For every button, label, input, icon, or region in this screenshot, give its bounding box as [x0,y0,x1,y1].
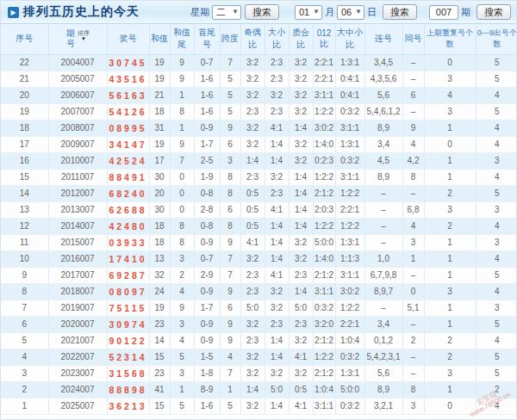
cell-hezhi: 14 [149,332,170,349]
cell-hezhi: 21 [149,87,170,103]
cell-qihao: 2023007 [48,365,107,381]
cell-jianghao: 36213 [107,398,149,414]
month-select[interactable]: 01 ▼ [295,5,322,20]
table-row: 82018007080972440-992:33:21:43:1:13:0:28… [1,283,517,300]
cell-shouweihao: 1-6 [194,398,220,414]
cell-xuhao: 15 [1,169,48,185]
cell-shouweihao: 1-5 [194,349,220,365]
cell-zhihebi: 4:1 [289,349,313,365]
cell-hezhiwei: 1 [170,381,194,398]
col-header-label: 同号 [405,33,422,45]
cell-qihao: 2011007 [48,169,107,185]
cell-shouweihao: 8-9 [194,381,220,398]
cell-hezhi: 31 [149,120,170,136]
cell-tonghao: 6 [402,87,424,103]
cell-zhihebi: 3:2 [289,365,313,381]
table-row: 152011007884913001-982:33:21:41:2:23:1:1… [1,169,517,185]
cell-jianghao: 08097 [107,283,149,300]
cell-count09: 5 [476,103,517,120]
cell-shouweihao: 1-7 [194,136,220,152]
sort-label: 排序 [78,30,90,36]
title-arrow-icon: ▶ [8,7,19,18]
cell-qihao: 2018007 [48,283,107,300]
chevron-down-icon: ▼ [313,8,320,15]
col-header-label: 和值尾 [171,27,194,51]
table-row: 42022007523141551-543:21:44:11:2:20:3:25… [1,349,517,365]
cell-hezhiwei: 3 [170,250,194,267]
weekday-search-button[interactable]: 搜索 [245,4,279,20]
cell-jioubi: 2:3 [240,332,265,349]
cell-xuhao: 9 [1,267,48,283]
cell-bi012: 5:0:0 [313,234,335,250]
cell-xuhao: 17 [1,136,48,152]
col-header-hezhi: 和值 [149,24,170,54]
cell-kuadu: 9 [220,234,240,250]
cell-hezhiwei: 9 [170,300,194,316]
col-header-zhihebi: 质合比 [289,24,313,54]
cell-tonghao: 3 [402,398,424,414]
cell-dazhongxiaobi: 1:3:1 [335,234,364,250]
search-controls: 星期 二 ▼ 搜索 01 ▼ 月 06 ▼ 日 搜索 [188,4,511,20]
cell-hezhi: 23 [149,316,170,332]
cell-jioubi: 1:4 [240,152,265,169]
cell-zhihebi: 1:4 [289,169,313,185]
cell-jioubi: 2:3 [240,169,265,185]
cell-shouweihao: 1-6 [194,87,220,103]
table-row: 212005007435161991-653:22:33:22:2:10:4:1… [1,71,517,87]
weekday-select[interactable]: 二 ▼ [212,5,241,20]
cell-lianhao: – [364,201,402,218]
day-select[interactable]: 06 ▼ [337,5,364,20]
cell-jioubi: 2:3 [240,103,265,120]
cell-repeat: 4 [424,87,476,103]
cell-xuhao: 2 [1,381,48,398]
date-search-button[interactable]: 搜索 [383,4,417,20]
cell-tonghao: 2 [402,332,424,349]
cell-count09: 4 [476,250,517,267]
month-label: 月 [325,6,334,19]
issue-input[interactable] [429,5,458,20]
cell-daxiaobi: 1:4 [265,218,289,234]
cell-hezhi: 19 [149,54,170,71]
table-row: 142012007682402000-880:52:31:42:1:21:2:2… [1,185,517,201]
cell-kuadu: 1 [220,381,240,398]
cell-kuadu: 7 [220,250,240,267]
col-header-label: 0—9出号个数 [477,28,517,50]
issue-label: 期 [461,6,470,19]
cell-qihao: 2006007 [48,87,107,103]
cell-repeat: 3 [424,201,476,218]
cell-tonghao: – [402,54,424,71]
cell-dazhongxiaobi: 5:0:0 [335,381,364,398]
cell-hezhi: 18 [149,218,170,234]
cell-hezhi: 13 [149,250,170,267]
table-row: 12025007362131551-653:21:44:13:1:10:3:23… [1,398,517,414]
table-header: 序号期号排序▼奖号和值和值尾首尾号跨度奇偶比大小比质合比012比大中小比连号同号… [1,24,517,54]
cell-jianghao: 08995 [107,120,149,136]
cell-hezhiwei: 0 [170,201,194,218]
cell-repeat: 1 [424,300,476,316]
cell-jioubi: 3:2 [240,250,265,267]
cell-shouweihao: 1-9 [194,169,220,185]
cell-count09: 5 [476,316,517,332]
cell-hezhiwei: 8 [170,234,194,250]
issue-search-button[interactable]: 搜索 [477,4,511,20]
cell-count09: 4 [476,120,517,136]
cell-shouweihao: 0-9 [194,316,220,332]
cell-lianhao: 6,7,9,8 [364,267,402,283]
cell-kuadu: 9 [220,316,240,332]
cell-qihao: 2015007 [48,234,107,250]
cell-tonghao: 6,8 [402,201,424,218]
cell-repeat: 2 [424,349,476,365]
cell-hezhiwei: 8 [170,103,194,120]
cell-hezhi: 18 [149,234,170,250]
cell-jianghao: 52314 [107,349,149,365]
cell-jioubi: 3:2 [240,365,265,381]
cell-hezhiwei: 4 [170,332,194,349]
table-row: 62020007309742330-993:22:32:33:2:02:2:13… [1,316,517,332]
cell-tonghao: – [402,349,424,365]
col-header-qihao[interactable]: 期号排序▼ [48,24,107,54]
cell-repeat: 1 [424,381,476,398]
sort-icon[interactable]: 排序▼ [78,30,90,42]
cell-hezhi: 30 [149,169,170,185]
cell-zhihebi: 3:2 [289,103,313,120]
cell-lianhao: – [364,185,402,201]
